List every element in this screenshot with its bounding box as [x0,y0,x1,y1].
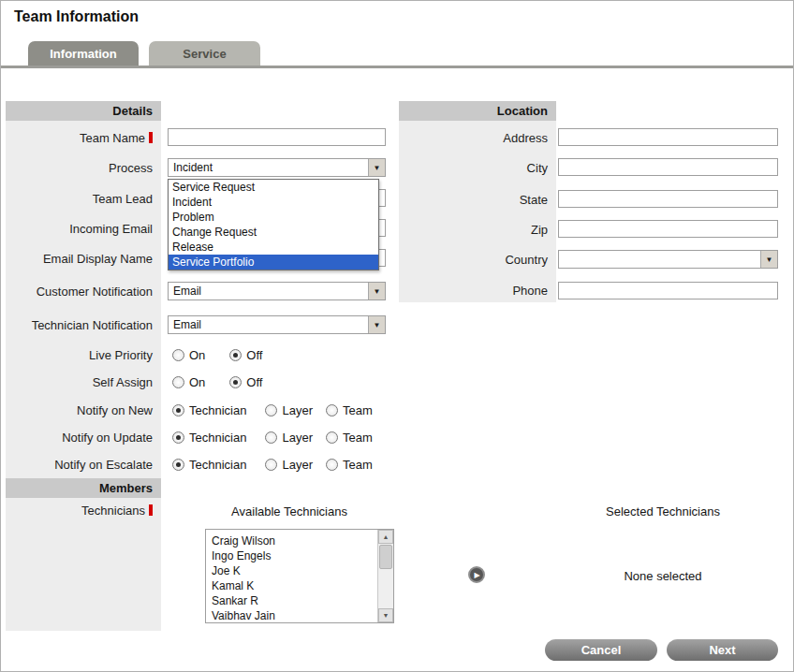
country-label: Country [399,244,556,274]
scrollbar-thumb[interactable] [379,545,392,569]
country-select[interactable]: ▼ [558,250,778,269]
details-header-label: Details [112,104,153,118]
team-information-window: Team Information Information Service Det… [0,0,794,672]
process-label: Process [6,153,161,183]
process-option-change-request[interactable]: Change Request [169,225,378,240]
live-priority-off-option[interactable]: Off [229,348,262,362]
notify-update-layer-option[interactable]: Layer [265,431,313,445]
zip-input[interactable] [558,220,778,238]
process-select-value: Incident [169,159,368,176]
country-select-value [559,251,760,268]
customer-notification-select[interactable]: Email ▼ [168,282,386,300]
radio-unselected-icon[interactable] [172,376,184,388]
notify-new-team-option[interactable]: Team [326,403,373,417]
radio-unselected-icon[interactable] [265,431,277,444]
selected-technicians-title: Selected Technicians [569,504,757,519]
scrollbar[interactable]: ▲ ▼ [377,530,393,622]
radio-label: Off [246,375,262,389]
location-header-label: Location [497,104,548,118]
technician-item[interactable]: Vaibhav Jain [212,608,372,622]
customer-notification-label: Customer Notification [6,275,161,307]
state-input[interactable] [558,190,778,208]
process-option-service-request[interactable]: Service Request [169,180,378,195]
next-button[interactable]: Next [667,639,778,661]
team-name-label: Team Name [6,123,161,153]
incoming-email-label: Incoming Email [6,213,161,243]
tab-service[interactable]: Service [149,41,260,66]
live-priority-on-option[interactable]: On [172,348,205,362]
notify-update-team-option[interactable]: Team [326,431,373,445]
notify-escalate-team-option[interactable]: Team [326,458,373,472]
radio-unselected-icon[interactable] [265,459,277,471]
radio-label: Team [343,403,373,417]
notify-escalate-technician-option[interactable]: Technician [172,458,246,472]
radio-unselected-icon[interactable] [172,349,184,361]
radio-unselected-icon[interactable] [326,459,338,471]
notify-new-technician-option[interactable]: Technician [172,403,246,417]
available-technicians-title: Available Technicians [196,504,383,519]
technician-item[interactable]: Craig Wilson [212,533,372,548]
chevron-down-icon[interactable]: ▼ [760,251,777,268]
radio-selected-icon[interactable] [229,376,242,388]
technician-notification-value: Email [169,316,368,333]
radio-selected-icon[interactable] [229,349,242,361]
self-assign-radio-group: On Off [172,375,262,389]
notify-update-technician-option[interactable]: Technician [172,431,246,445]
technician-list: Craig Wilson Ingo Engels Joe K Kamal K S… [206,530,377,622]
notify-on-escalate-label: Notify on Escalate [6,451,161,477]
page-title: Team Information [14,8,139,25]
technician-notification-select[interactable]: Email ▼ [168,315,386,334]
radio-unselected-icon[interactable] [326,431,338,444]
self-assign-on-option[interactable]: On [172,375,205,389]
radio-label: On [189,375,205,389]
technician-item[interactable]: Sankar R [212,593,372,608]
phone-input[interactable] [558,282,778,299]
location-section-header: Location [399,101,556,121]
radio-selected-icon[interactable] [172,431,184,444]
tab-information-label: Information [50,47,117,61]
radio-selected-icon[interactable] [172,404,184,416]
chevron-down-icon[interactable]: ▼ [368,316,385,333]
radio-unselected-icon[interactable] [265,404,277,416]
technician-item[interactable]: Joe K [212,563,372,578]
technician-item[interactable]: Ingo Engels [212,548,372,563]
move-right-button[interactable]: ▶ [468,566,485,583]
radio-unselected-icon[interactable] [326,404,338,416]
process-option-release[interactable]: Release [169,240,378,255]
process-select[interactable]: Incident ▼ [168,158,386,177]
chevron-down-icon[interactable]: ▼ [368,283,385,299]
tab-divider [1,66,793,68]
cancel-button[interactable]: Cancel [545,639,657,661]
notify-on-escalate-radio-group: Technician Layer Team [172,458,373,472]
process-option-service-portfolio[interactable]: Service Portfolio [169,255,378,270]
radio-label: Technician [189,458,246,472]
available-technicians-listbox[interactable]: Craig Wilson Ingo Engels Joe K Kamal K S… [205,529,394,623]
radio-label: Team [343,431,373,445]
city-input[interactable] [558,158,778,176]
address-input[interactable] [558,128,778,146]
tab-information[interactable]: Information [28,41,139,66]
team-name-input[interactable] [168,128,386,146]
process-option-incident[interactable]: Incident [169,195,378,210]
radio-selected-icon[interactable] [172,459,184,471]
notify-new-layer-option[interactable]: Layer [265,403,313,417]
process-dropdown-list: Service Request Incident Problem Change … [168,179,379,270]
tab-service-label: Service [183,47,226,61]
process-option-problem[interactable]: Problem [169,210,378,225]
technician-notification-label: Technician Notification [6,309,161,341]
scroll-up-icon[interactable]: ▲ [378,530,393,544]
technicians-label: Technicians [6,500,161,520]
chevron-down-icon[interactable]: ▼ [368,159,385,176]
live-priority-radio-group: On Off [172,348,262,362]
email-display-name-label: Email Display Name [6,243,161,273]
scroll-down-icon[interactable]: ▼ [378,608,393,622]
technician-item[interactable]: Kamal K [212,578,372,593]
notify-on-update-label: Notify on Update [6,424,161,450]
radio-label: Layer [282,431,313,445]
details-section-header: Details [6,101,161,121]
city-label: City [399,153,556,183]
notify-escalate-layer-option[interactable]: Layer [265,458,313,472]
self-assign-off-option[interactable]: Off [229,375,262,389]
selected-technicians-placeholder: None selected [569,569,757,583]
radio-label: Technician [189,403,246,417]
